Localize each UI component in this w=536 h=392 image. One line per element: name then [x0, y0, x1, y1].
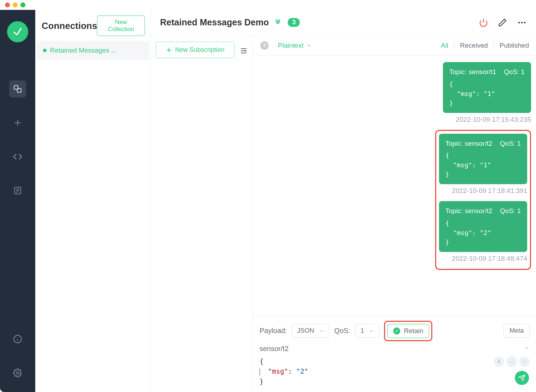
- message-bubble[interactable]: Topic: sensor/t2 QoS: 1 { "msg": "1" }: [439, 134, 527, 185]
- window-maximize-button[interactable]: [20, 2, 25, 7]
- app-logo: [7, 21, 28, 42]
- message-topic: Topic: sensor/t2: [445, 139, 492, 149]
- subscriptions-panel: New Subscription: [151, 35, 253, 392]
- message-payload: { "msg": "1" }: [445, 151, 521, 179]
- editor-nav-controls: —: [494, 356, 530, 367]
- connection-detail-panel: Retained Messages Demo 3: [151, 10, 536, 392]
- qos-select[interactable]: 1: [355, 324, 379, 338]
- message-qos: QoS: 1: [504, 67, 525, 77]
- message-bubble[interactable]: Topic: sensor/t1 QoS: 1 { "msg": "1" }: [443, 62, 531, 113]
- svg-point-4: [17, 372, 19, 374]
- filter-received-tab[interactable]: Received: [454, 42, 494, 49]
- new-collection-button[interactable]: New Collection: [97, 16, 145, 36]
- message-list[interactable]: Topic: sensor/t1 QoS: 1 { "msg": "1" } 2…: [253, 56, 536, 315]
- payload-format-label: Plaintext: [278, 42, 304, 49]
- editor-prev-icon[interactable]: [494, 356, 504, 367]
- window-minimize-button[interactable]: [13, 2, 18, 7]
- qos-value: 1: [360, 327, 364, 334]
- retain-toggle[interactable]: ✓ Retain: [387, 324, 429, 338]
- check-icon: ✓: [393, 327, 400, 334]
- message-payload: { "msg": "2" }: [445, 218, 521, 247]
- highlighted-messages-annotation: Topic: sensor/t2 QoS: 1 { "msg": "1" } 2…: [435, 130, 531, 270]
- connection-status-dot-icon: [43, 49, 47, 52]
- subscription-count-badge: 3: [288, 18, 300, 27]
- filter-published-tab[interactable]: Published: [494, 42, 529, 49]
- connection-name: Retained Messages Demo: [160, 17, 269, 28]
- new-subscription-label: New Subscription: [175, 46, 224, 54]
- payload-format-dropdown[interactable]: Plaintext: [278, 42, 311, 49]
- message-timestamp: 2022-10-09 17:15:43:235: [456, 116, 531, 123]
- window-close-button[interactable]: [5, 2, 10, 7]
- payload-format-select[interactable]: JSON: [292, 324, 329, 338]
- send-button[interactable]: [515, 371, 529, 385]
- nav-scripts-icon[interactable]: [9, 148, 26, 165]
- message-topic: Topic: sensor/t2: [445, 206, 492, 216]
- svg-point-5: [518, 22, 520, 23]
- message-filter-tabs: All Received Published: [435, 42, 529, 49]
- message-payload: { "msg": "1" }: [449, 79, 525, 108]
- help-icon[interactable]: ?: [260, 41, 269, 50]
- payload-label: Payload:: [260, 327, 287, 335]
- disconnect-button[interactable]: [479, 18, 488, 27]
- retain-highlight-annotation: ✓ Retain: [384, 321, 432, 341]
- detail-header: Retained Messages Demo 3: [151, 10, 536, 35]
- connection-item-name: Retained Messages ...: [50, 47, 117, 54]
- nav-connections-icon[interactable]: [9, 80, 26, 97]
- new-subscription-button[interactable]: New Subscription: [156, 42, 234, 58]
- topic-input[interactable]: [260, 345, 524, 353]
- message-bubble[interactable]: Topic: sensor/t2 QoS: 1 { "msg": "2" }: [439, 201, 527, 252]
- connection-item[interactable]: Retained Messages ...: [37, 41, 149, 60]
- editor-next-icon[interactable]: [519, 356, 530, 367]
- publish-panel: Payload: JSON QoS: 1 ✓: [253, 315, 536, 392]
- nav-info-icon[interactable]: [9, 331, 26, 348]
- message-timestamp: 2022-10-09 17:18:41:391: [452, 187, 527, 195]
- message-timestamp: 2022-10-09 17:18:48:474: [452, 255, 527, 263]
- edit-connection-button[interactable]: [498, 18, 507, 27]
- collapse-subscriptions-icon[interactable]: [239, 42, 248, 56]
- messages-toolbar: ? Plaintext All Received Published: [253, 35, 536, 56]
- message-topic: Topic: sensor/t1: [449, 67, 496, 77]
- connections-panel: Connections New Collection Retained Mess…: [35, 10, 151, 392]
- filter-all-tab[interactable]: All: [435, 42, 454, 49]
- topic-history-icon[interactable]: [524, 345, 530, 352]
- app-nav: [0, 10, 35, 392]
- message-qos: QoS: 1: [500, 139, 521, 149]
- window-titlebar: [0, 0, 536, 10]
- nav-settings-icon[interactable]: [9, 364, 26, 381]
- editor-clear-icon[interactable]: —: [506, 356, 517, 367]
- svg-point-7: [524, 22, 526, 23]
- messages-panel: ? Plaintext All Received Published: [253, 35, 536, 392]
- nav-add-icon[interactable]: [9, 114, 26, 131]
- svg-point-6: [521, 22, 523, 23]
- meta-button[interactable]: Meta: [504, 324, 530, 338]
- nav-log-icon[interactable]: [9, 182, 26, 199]
- expand-connection-icon[interactable]: [274, 18, 282, 27]
- payload-editor[interactable]: { "msg": "2" } —: [260, 356, 530, 387]
- retain-label: Retain: [404, 327, 423, 335]
- connections-title: Connections: [42, 20, 97, 31]
- qos-label: QoS:: [334, 327, 351, 335]
- payload-format-value: JSON: [297, 327, 314, 334]
- message-qos: QoS: 1: [500, 206, 521, 216]
- more-options-button[interactable]: [517, 18, 527, 28]
